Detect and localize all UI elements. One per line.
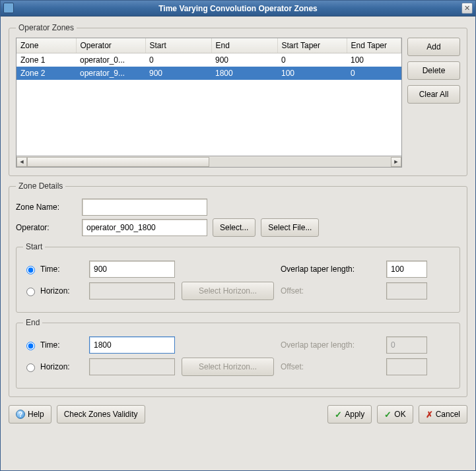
- close-icon[interactable]: ✕: [461, 3, 473, 14]
- window-title: Time Varying Convolution Operator Zones: [158, 4, 317, 13]
- app-icon: [3, 3, 14, 13]
- table-cell: operator_0...: [76, 53, 145, 67]
- start-select-horizon-button: Select Horizon...: [182, 282, 274, 300]
- end-horizon-radio[interactable]: [26, 363, 35, 372]
- end-offset-label: Offset:: [281, 362, 380, 371]
- start-horizon-label: Horizon:: [40, 286, 70, 296]
- apply-button[interactable]: ✓ Apply: [327, 405, 372, 424]
- window: Time Varying Convolution Operator Zones …: [0, 0, 476, 471]
- titlebar: Time Varying Convolution Operator Zones …: [1, 1, 475, 16]
- table-row[interactable]: Zone 1operator_0...09000100: [17, 53, 401, 67]
- end-select-horizon-button: Select Horizon...: [182, 358, 274, 376]
- end-overlap-field: [386, 336, 427, 354]
- table-cell: 100: [347, 53, 401, 67]
- bottom-bar: ? Help Check Zones Validity ✓ Apply ✓ OK…: [9, 402, 467, 425]
- zone-name-field[interactable]: [82, 199, 207, 216]
- table-cell: operator_9...: [76, 67, 145, 80]
- start-time-label: Time:: [40, 265, 60, 274]
- start-time-field[interactable]: [89, 261, 175, 278]
- table-cell: 900: [145, 67, 211, 80]
- end-horizon-label: Horizon:: [40, 362, 70, 371]
- table-cell: 0: [277, 53, 347, 67]
- check-icon: ✓: [384, 410, 391, 420]
- check-zones-button[interactable]: Check Zones Validity: [57, 405, 145, 424]
- start-legend: Start: [23, 242, 45, 251]
- ok-button[interactable]: ✓ OK: [377, 405, 413, 424]
- col-operator[interactable]: Operator: [76, 38, 145, 53]
- ok-button-label: OK: [394, 410, 405, 419]
- start-horizon-field: [89, 282, 175, 299]
- check-icon: ✓: [335, 410, 342, 420]
- operator-zones-group: Operator Zones Zone Operator: [9, 23, 467, 176]
- zones-horizontal-scrollbar[interactable]: ◄ ►: [16, 156, 402, 168]
- help-button-label: Help: [28, 410, 44, 419]
- table-cell: 1800: [211, 67, 277, 80]
- cancel-button[interactable]: ✗ Cancel: [419, 405, 467, 424]
- end-horizon-field: [89, 358, 175, 375]
- end-group: End Time: Overlap taper length: Horizon:: [16, 318, 460, 389]
- operator-zones-legend: Operator Zones: [16, 23, 77, 32]
- col-zone[interactable]: Zone: [17, 38, 76, 53]
- end-legend: End: [23, 318, 42, 327]
- end-time-radio[interactable]: [26, 342, 35, 350]
- add-button[interactable]: Add: [407, 38, 460, 56]
- help-button[interactable]: ? Help: [9, 405, 51, 424]
- scroll-track[interactable]: [27, 157, 391, 167]
- table-cell: 0: [347, 67, 401, 80]
- scroll-thumb[interactable]: [27, 157, 209, 167]
- select-file-button[interactable]: Select File...: [261, 218, 319, 237]
- table-cell: 100: [277, 67, 347, 80]
- end-time-label: Time:: [40, 340, 60, 350]
- help-icon: ?: [16, 410, 25, 419]
- end-offset-field: [386, 358, 427, 375]
- apply-button-label: Apply: [345, 410, 364, 419]
- table-cell: 900: [211, 53, 277, 67]
- start-time-radio[interactable]: [26, 266, 35, 274]
- col-start[interactable]: Start: [145, 38, 211, 53]
- end-time-field[interactable]: [89, 336, 175, 354]
- table-row[interactable]: Zone 2operator_9...90018001000: [17, 67, 401, 80]
- table-cell: 0: [145, 53, 211, 67]
- clear-all-button[interactable]: Clear All: [407, 85, 460, 104]
- zones-table[interactable]: Zone Operator Start End Start Taper End …: [16, 38, 402, 156]
- operator-field[interactable]: [82, 219, 207, 236]
- start-overlap-field[interactable]: [386, 261, 427, 278]
- table-cell: Zone 2: [17, 67, 76, 80]
- scroll-left-icon[interactable]: ◄: [17, 157, 27, 167]
- col-end-taper[interactable]: End Taper: [347, 38, 401, 53]
- delete-button[interactable]: Delete: [407, 61, 460, 80]
- scroll-right-icon[interactable]: ►: [391, 157, 401, 167]
- x-icon: ✗: [426, 410, 433, 420]
- zone-details-group: Zone Details Zone Name: Operator: Select…: [9, 181, 467, 397]
- content: Operator Zones Zone Operator: [1, 16, 475, 470]
- start-overlap-label: Overlap taper length:: [281, 265, 380, 274]
- select-button[interactable]: Select...: [213, 218, 255, 237]
- table-cell: Zone 1: [17, 53, 76, 67]
- zone-details-legend: Zone Details: [16, 181, 65, 191]
- zone-name-label: Zone Name:: [16, 203, 77, 212]
- col-end[interactable]: End: [211, 38, 277, 53]
- start-horizon-radio[interactable]: [26, 288, 35, 296]
- start-offset-label: Offset:: [281, 286, 380, 296]
- operator-label: Operator:: [16, 223, 77, 232]
- start-offset-field: [386, 282, 427, 299]
- start-group: Start Time: Overlap taper length: Horizo…: [16, 242, 460, 313]
- cancel-button-label: Cancel: [436, 410, 460, 419]
- end-overlap-label: Overlap taper length:: [281, 340, 380, 350]
- col-start-taper[interactable]: Start Taper: [277, 38, 347, 53]
